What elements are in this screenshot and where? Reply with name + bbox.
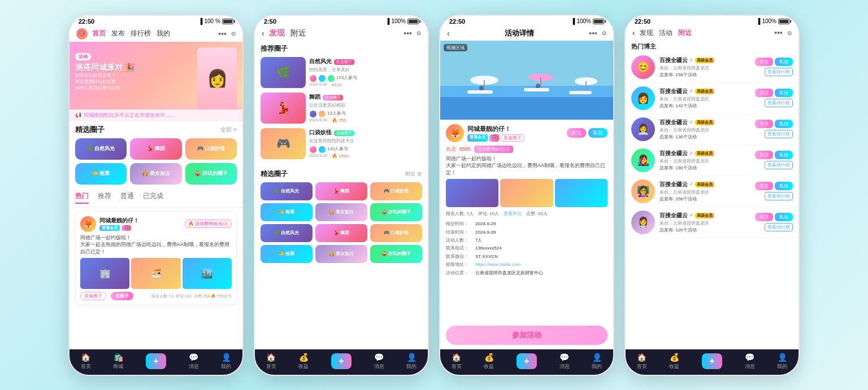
tag-fun-1[interactable]: 🎪 好玩的圈子 <box>185 163 237 185</box>
bottom-home-2[interactable]: 🏠 首页 <box>266 353 276 370</box>
mini-tag-1[interactable]: 🌿 自然风光 <box>261 182 313 200</box>
msg-btn-sm-2[interactable]: 私信 <box>775 89 793 97</box>
bottom-shop-1[interactable]: 🛍️ 商城 <box>113 353 123 370</box>
msg-btn-3[interactable]: 私信 <box>588 128 607 138</box>
htab-normal-1[interactable]: 普通 <box>120 191 134 204</box>
bottom-home-3[interactable]: 🏠 首页 <box>452 353 462 370</box>
mini-tag-8[interactable]: 💃 舞蹈 <box>315 224 367 242</box>
rank-btn-3[interactable]: 查看排行榜 <box>765 130 793 138</box>
join-btn-3[interactable]: 参加活动 <box>446 326 607 345</box>
h-tabs-1[interactable]: 热门 推荐 普通 已完成 <box>70 188 242 208</box>
nav-more-4[interactable]: ••• <box>774 28 783 37</box>
bottom-msg-1[interactable]: 💬 消息 <box>189 353 199 370</box>
bottom-income-3[interactable]: 💰 收益 <box>484 353 494 370</box>
mini-tag-4[interactable]: 🎫 检票 <box>261 203 313 221</box>
tab-home-1[interactable]: 首页 <box>92 29 106 38</box>
nav-tabs-4[interactable]: 发现 活动 附近 <box>640 28 770 38</box>
nav-more-1[interactable]: ••• <box>218 29 227 38</box>
bottom-msg-3[interactable]: 💬 消息 <box>559 353 570 370</box>
nav-dot-3[interactable]: ⊙ <box>602 30 606 36</box>
mini-tag-10[interactable]: 🎫 检票 <box>261 245 313 263</box>
bottom-add-1[interactable]: + <box>146 353 166 369</box>
rank-btn-5[interactable]: 查看排行榜 <box>765 192 793 200</box>
bottom-mine-2[interactable]: 👤 我的 <box>406 353 416 370</box>
view-comment-btn-3[interactable]: 查看评论 <box>504 211 522 217</box>
activity-card-1[interactable]: 🦊 同城最靓的仔！ 普通会员 🎵 🔥 活动费用80元/人 同德广场一起约饭啦！大… <box>75 211 237 306</box>
follow-btn-sm-5[interactable]: 关注 <box>755 182 773 190</box>
mini-tag-6[interactable]: 🎪 好玩的圈子 <box>370 203 422 221</box>
follow-btn-sm-1[interactable]: 关注 <box>755 58 773 66</box>
content-4[interactable]: 热门博主 😊 百搜全疆云 ✓ 高级会员 来自：云南省昆明盘龙区 总发布: 158… <box>626 40 798 349</box>
tag-nature-1[interactable]: 🌿 自然风光 <box>75 138 127 160</box>
bottom-home-4[interactable]: 🏠 首页 <box>637 353 647 370</box>
tag-dance-1[interactable]: 💃 舞蹈 <box>130 138 181 160</box>
rec-card-2[interactable]: 💃 舞蹈 活动圈子 让生活更美好精彩 13人参与 <box>261 93 422 124</box>
htab-recommend-1[interactable]: 推荐 <box>98 191 111 204</box>
bottom-mine-3[interactable]: 👤 我的 <box>592 353 602 370</box>
tab-activity-4[interactable]: 活动 <box>659 28 672 38</box>
nav-dot-2[interactable]: ⊙ <box>416 30 421 36</box>
blogger-item-6[interactable]: 👩‍⚕️ 百搜全疆云 ✓ 高级会员 来自：云南省昆明盘龙区 总发布: 120个活… <box>626 207 798 238</box>
follow-btn-sm-2[interactable]: 关注 <box>755 89 773 97</box>
rank-btn-2[interactable]: 查看排行榜 <box>765 99 793 107</box>
bottom-mine-1[interactable]: 👤 我的 <box>221 353 231 370</box>
rank-btn-6[interactable]: 查看排行榜 <box>765 223 793 231</box>
htab-done-1[interactable]: 已完成 <box>143 191 163 204</box>
htab-hot-1[interactable]: 热门 <box>75 191 89 204</box>
content-2[interactable]: 推荐圈子 🌿 自然风光 社交圈子 拍拍美景，分享美好 <box>255 41 428 349</box>
bottom-add-4[interactable]: + <box>702 353 722 369</box>
bottom-income-2[interactable]: 💰 收益 <box>298 353 309 370</box>
bottom-add-2[interactable]: + <box>331 353 351 369</box>
nav-more-3[interactable]: ••• <box>589 29 597 38</box>
bottom-mine-4[interactable]: 👤 我的 <box>777 353 787 370</box>
nav-dot-1[interactable]: ⊙ <box>231 30 236 37</box>
msg-btn-sm-4[interactable]: 私信 <box>775 151 793 159</box>
nav-more-2[interactable]: ••• <box>403 29 412 38</box>
back-btn-4[interactable]: ‹ <box>632 28 635 37</box>
follow-btn-sm-3[interactable]: 关注 <box>755 120 773 128</box>
tab-publish-1[interactable]: 发布 <box>111 29 125 38</box>
bottom-income-4[interactable]: 💰 收益 <box>669 353 679 370</box>
rank-btn-4[interactable]: 查看排行榜 <box>765 161 793 169</box>
nav-tabs-1[interactable]: 首页 发布 排行榜 我的 <box>92 29 214 38</box>
follow-btn-sm-6[interactable]: 关注 <box>755 213 773 221</box>
tab-rank-1[interactable]: 排行榜 <box>131 29 151 38</box>
msg-btn-sm-6[interactable]: 私信 <box>775 213 793 221</box>
tag-pocket-1[interactable]: 🎮 口袋妖怪 <box>185 138 237 160</box>
bottom-msg-4[interactable]: 💬 消息 <box>745 353 755 370</box>
nearby-more-2[interactable]: 附近 全 <box>405 170 422 178</box>
blogger-item-3[interactable]: 👩‍💼 百搜全疆云 ✓ 高级会员 来自：云南省昆明盘龙区 总发布: 130个活动… <box>626 114 798 145</box>
blogger-item-4[interactable]: 👩‍🎤 百搜全疆云 ✓ 高级会员 来自：云南省昆明盘龙区 总发布: 190个活动… <box>626 145 798 176</box>
nav-dot-4[interactable]: ⊙ <box>787 30 792 36</box>
mini-tag-12[interactable]: 🎪 好玩的圈子 <box>370 245 422 263</box>
content-3[interactable]: 🦊 同城最靓的仔！ 普通会员 🎵 美食圈子 关注 私信 <box>440 120 613 321</box>
rank-btn-1[interactable]: 查看排行榜 <box>765 68 793 76</box>
msg-btn-sm-3[interactable]: 私信 <box>775 120 793 128</box>
follow-btn-3[interactable]: 关注 <box>567 128 586 138</box>
mini-tag-2[interactable]: 💃 舞蹈 <box>315 182 367 200</box>
meta-val-url-3[interactable]: https://www.baidu.com <box>475 261 520 269</box>
mini-tag-7[interactable]: 🌿 自然风光 <box>261 224 313 242</box>
bottom-add-3[interactable]: + <box>517 353 537 369</box>
tab-nearby-4[interactable]: 附近 <box>678 28 692 38</box>
tab-mine-1[interactable]: 我的 <box>157 29 170 38</box>
msg-btn-sm-1[interactable]: 私信 <box>775 58 793 66</box>
blogger-item-1[interactable]: 😊 百搜全疆云 ✓ 高级会员 来自：云南省昆明盘龙区 总发布: 158个活动 关… <box>626 52 798 83</box>
tag-beauty-1[interactable]: 👸 美女如云 <box>130 163 181 185</box>
rec-card-1[interactable]: 🌿 自然风光 社交圈子 拍拍美景，分享美好 103人参与 <box>261 57 422 88</box>
back-btn-3[interactable]: ‹ <box>447 29 450 38</box>
bottom-home-1[interactable]: 🏠 首页 <box>81 353 91 370</box>
tab-discover-4[interactable]: 发现 <box>640 28 653 38</box>
tag-check-1[interactable]: 🎫 检票 <box>75 163 127 185</box>
msg-btn-sm-5[interactable]: 私信 <box>775 182 793 190</box>
blogger-item-5[interactable]: 👩‍🏫 百搜全疆云 ✓ 高级会员 来自：云南省昆明盘龙区 总发布: 256个活动… <box>626 176 798 207</box>
rec-card-3[interactable]: 🎮 口袋妖怪 游戏圈子 在这里你能找到皮卡丘 130人参与 <box>261 128 422 159</box>
content-1[interactable]: 活动 滴搭同城派对 🎉 好吃好玩超过这里！附近商圈好玩好优惠你的心愿我们帮你实现… <box>70 42 242 349</box>
blogger-item-2[interactable]: 👩 百搜全疆云 ✓ 高级会员 来自：云南省昆明盘龙区 总发布: 142个活动 关… <box>626 83 798 114</box>
bottom-msg-2[interactable]: 💬 消息 <box>374 353 384 370</box>
mini-tag-11[interactable]: 👸 美女如云 <box>315 245 367 263</box>
mini-tag-9[interactable]: 🎮 口袋妖怪 <box>370 224 422 242</box>
go-circle-btn-1[interactable]: 去圈子 <box>111 292 133 300</box>
mini-tag-3[interactable]: 🎮 口袋妖怪 <box>370 182 422 200</box>
follow-btn-sm-4[interactable]: 关注 <box>755 151 773 159</box>
